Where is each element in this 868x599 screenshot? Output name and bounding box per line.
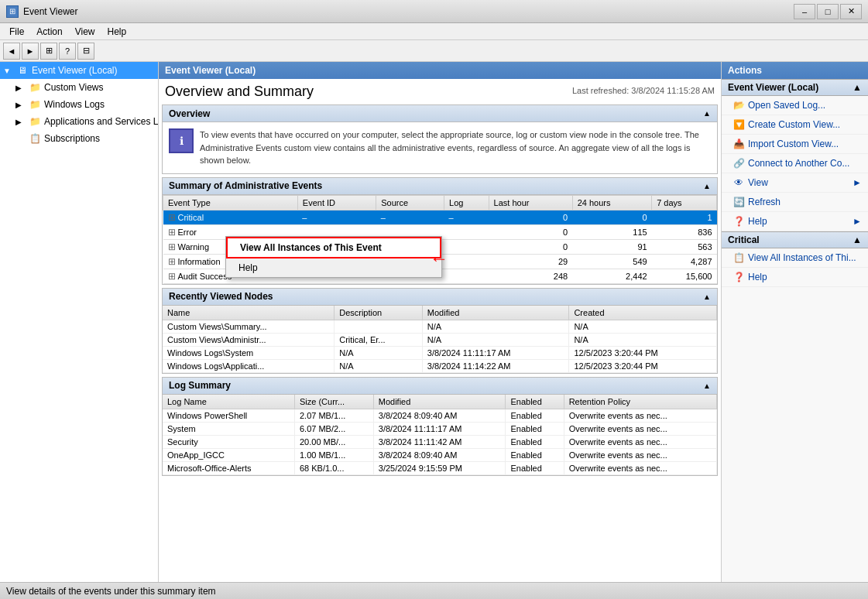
minimize-button[interactable]: – xyxy=(794,4,815,19)
refresh-icon: 🔄 xyxy=(732,196,745,208)
cell-last-hour: 29 xyxy=(489,254,572,269)
rv-row[interactable]: Windows Logs\Applicati... N/A 3/8/2024 1… xyxy=(163,359,717,372)
cell-7d: 836 xyxy=(652,224,717,239)
log-table-container: Log Name Size (Curr... Modified Enabled … xyxy=(163,395,717,475)
rv-desc: N/A xyxy=(335,346,423,359)
summary-collapse-icon: ▲ xyxy=(703,182,711,190)
action-open-saved-log[interactable]: 📂 Open Saved Log... xyxy=(722,96,868,115)
right-panel: Actions Event Viewer (Local) ▲ 📂 Open Sa… xyxy=(721,62,868,599)
menu-view[interactable]: View xyxy=(69,25,101,39)
summary-header-text: Summary of Administrative Events xyxy=(169,180,322,191)
rv-header-text: Recently Viewed Nodes xyxy=(169,291,273,302)
rv-col-modified: Modified xyxy=(422,306,569,320)
help-icon: ❓ xyxy=(732,215,745,228)
menu-help[interactable]: Help xyxy=(101,25,133,39)
log-row[interactable]: Microsoft-Office-Alerts 68 KB/1.0... 3/2… xyxy=(163,461,717,474)
sidebar-item-app-services[interactable]: ▶ 📁 Applications and Services Lo... xyxy=(0,113,158,130)
menu-file[interactable]: File xyxy=(3,25,30,39)
overview-header-text: Overview xyxy=(169,108,210,119)
sidebar-item-windows-logs[interactable]: ▶ 📁 Windows Logs xyxy=(0,96,158,113)
cell-last-hour: 248 xyxy=(489,269,572,283)
action-create-custom-view[interactable]: 🔽 Create Custom View... xyxy=(722,115,868,135)
cell-7d: 4,287 xyxy=(652,254,717,269)
log-modified: 3/8/2024 11:11:17 AM xyxy=(373,422,506,435)
action-connect-another[interactable]: 🔗 Connect to Another Co... xyxy=(722,154,868,173)
windows-logs-expander: ▶ xyxy=(15,101,28,109)
up-button[interactable]: ⊞ xyxy=(40,43,57,60)
rv-modified: 3/8/2024 11:11:17 AM xyxy=(422,346,569,359)
table-row[interactable]: ⊞Critical – – – 0 0 1 xyxy=(163,210,717,224)
log-policy: Overwrite events as nec... xyxy=(564,435,716,448)
app-services-expander: ▶ xyxy=(15,118,28,126)
log-modified: 3/25/2024 9:15:59 PM xyxy=(373,461,506,474)
help-button[interactable]: ? xyxy=(59,43,76,60)
action-critical-help[interactable]: ❓ Help xyxy=(722,268,868,287)
log-enabled: Enabled xyxy=(506,448,564,461)
log-policy: Overwrite events as nec... xyxy=(564,409,716,422)
sidebar-item-root[interactable]: ▼ 🖥 Event Viewer (Local) xyxy=(0,62,158,79)
rv-row[interactable]: Windows Logs\System N/A 3/8/2024 11:11:1… xyxy=(163,346,717,359)
context-menu-view-all[interactable]: View All Instances of This Event xyxy=(226,237,441,258)
action-import-custom-view[interactable]: 📥 Import Custom View... xyxy=(722,135,868,154)
cell-7d: 563 xyxy=(652,239,717,254)
rv-section-header[interactable]: Recently Viewed Nodes ▲ xyxy=(163,289,717,306)
forward-button[interactable]: ► xyxy=(22,43,39,60)
title-bar: Event Viewer – □ ✕ xyxy=(0,0,868,23)
context-menu-help[interactable]: Help xyxy=(226,258,441,277)
rv-row[interactable]: Custom Views\Summary... N/A N/A xyxy=(163,320,717,333)
rv-modified: N/A xyxy=(422,320,569,333)
cell-24h: 0 xyxy=(572,210,651,224)
rv-col-name: Name xyxy=(163,306,335,320)
rv-table-container: Name Description Modified Created Custom… xyxy=(163,306,717,373)
view-icon: 👁 xyxy=(732,176,745,189)
log-name: System xyxy=(163,422,294,435)
status-text: View details of the events under this su… xyxy=(6,586,216,597)
action-label: Help xyxy=(748,216,767,227)
action-label: View xyxy=(748,177,768,188)
cell-log xyxy=(444,239,489,254)
log-size: 1.00 MB/1... xyxy=(294,448,373,461)
properties-button[interactable]: ⊟ xyxy=(77,43,94,60)
subscriptions-expander xyxy=(15,135,28,143)
action-refresh[interactable]: 🔄 Refresh xyxy=(722,193,868,212)
log-name: OneApp_IGCC xyxy=(163,448,294,461)
rv-name: Custom Views\Administr... xyxy=(163,333,335,346)
cell-24h: 2,442 xyxy=(572,269,651,283)
back-button[interactable]: ◄ xyxy=(3,43,20,60)
action-view-all-instances[interactable]: 📋 View All Instances of Thi... xyxy=(722,248,868,268)
col-24h: 24 hours xyxy=(572,195,651,210)
action-label: Refresh xyxy=(748,197,781,207)
sidebar-item-custom-views[interactable]: ▶ 📁 Custom Views xyxy=(0,79,158,96)
close-button[interactable]: ✕ xyxy=(840,4,862,19)
log-name: Windows PowerShell xyxy=(163,409,294,422)
menu-action[interactable]: Action xyxy=(30,25,68,39)
computer-icon: 🖥 xyxy=(15,63,29,77)
action-view[interactable]: 👁 View ► xyxy=(722,173,868,193)
maximize-button[interactable]: □ xyxy=(817,4,839,19)
action-label: Open Saved Log... xyxy=(748,100,825,111)
app-services-icon: 📁 xyxy=(28,115,42,128)
cell-24h: 91 xyxy=(572,239,651,254)
action-help[interactable]: ❓ Help ► xyxy=(722,212,868,231)
log-row[interactable]: Security 20.00 MB/... 3/8/2024 11:11:42 … xyxy=(163,435,717,448)
rv-created: 12/5/2023 3:20:44 PM xyxy=(569,359,717,372)
menu-bar: File Action View Help xyxy=(0,23,868,40)
action-group-1-header: Event Viewer (Local) ▲ xyxy=(722,79,868,96)
rv-name: Windows Logs\Applicati... xyxy=(163,359,335,372)
overview-section-header[interactable]: Overview ▲ xyxy=(163,105,717,122)
sidebar-item-subscriptions[interactable]: 📋 Subscriptions xyxy=(0,130,158,147)
action-label: Connect to Another Co... xyxy=(748,158,849,169)
action-label: Help xyxy=(748,272,767,282)
window-title: Event Viewer xyxy=(23,6,77,17)
log-row[interactable]: OneApp_IGCC 1.00 MB/1... 3/8/2024 8:09:4… xyxy=(163,448,717,461)
rv-table: Name Description Modified Created Custom… xyxy=(163,306,717,373)
log-section-header[interactable]: Log Summary ▲ xyxy=(163,378,717,395)
rv-row[interactable]: Custom Views\Administr... Critical, Er..… xyxy=(163,333,717,346)
summary-section-header[interactable]: Summary of Administrative Events ▲ xyxy=(163,178,717,195)
log-row[interactable]: Windows PowerShell 2.07 MB/1... 3/8/2024… xyxy=(163,409,717,422)
action-group-2-label: Critical xyxy=(728,234,760,245)
log-modified: 3/8/2024 8:09:40 AM xyxy=(373,448,506,461)
page-title: Overview and Summary xyxy=(159,79,320,101)
scrollable-content: Overview ▲ ℹ To view events that have oc… xyxy=(159,101,721,599)
log-row[interactable]: System 6.07 MB/2... 3/8/2024 11:11:17 AM… xyxy=(163,422,717,435)
